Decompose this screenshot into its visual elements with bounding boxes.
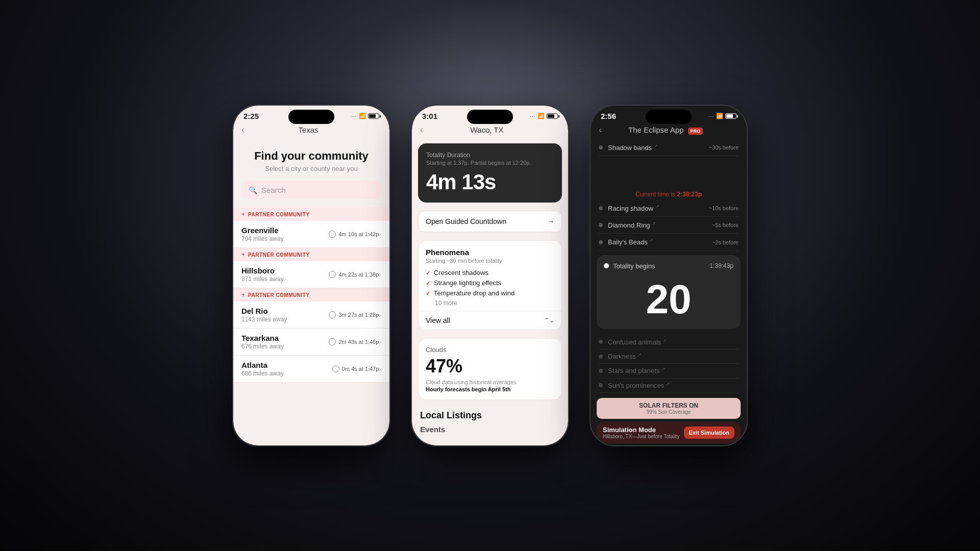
check-icon-1: ✓ — [426, 269, 431, 277]
nav-title-text-3: The Eclipse App — [628, 126, 683, 134]
city-name-delrio: Del Rio — [241, 307, 329, 315]
events-header: Events — [412, 423, 568, 436]
city-eclipse-hillsboro: 4m 22s at 1:38p — [329, 271, 379, 278]
tl-diamond-ring: Diamond Ring ↗ ~5s before — [599, 217, 739, 234]
tl-name-shadow-bands: Shadow bands ↗ — [608, 143, 709, 152]
city-distance-atlanta: 686 miles away — [241, 370, 332, 377]
guided-text: Open Guided Countdown — [426, 217, 506, 226]
dynamic-island-3 — [646, 110, 692, 124]
sim-info: Simulation Mode Hillsboro, TX—Just befor… — [603, 426, 679, 439]
tl-bailys-beads: Baily's Beads ↗ ~2s before — [599, 234, 739, 251]
clouds-pct: 47% — [426, 356, 554, 377]
phone-3: 2:56 ··· 📶 ‹ The Eclipse App PRO — [590, 105, 748, 446]
city-distance-texarkana: 676 miles away — [241, 343, 329, 350]
current-time-bar: Current time is 2:38:23p — [591, 189, 747, 200]
partner-text-2: PARTNER COMMUNITY — [248, 252, 310, 258]
eclipse-circle-icon-hillsboro — [329, 271, 336, 278]
af-name-prominences: Sun's prominences ↗ — [608, 382, 670, 389]
eclipse-circle-icon — [329, 231, 336, 238]
totality-time: 4m 13s — [426, 170, 554, 194]
city-distance-hillsboro: 871 miles away — [241, 276, 329, 283]
guided-countdown-button[interactable]: Open Guided Countdown → — [418, 211, 562, 232]
status-time-1: 2:25 — [243, 112, 259, 120]
city-name-hillsboro: Hillsboro — [241, 266, 329, 275]
af-name-darkness: Darkness ↗ — [608, 353, 642, 360]
sf-title: SOLAR FILTERS ON — [603, 402, 734, 409]
listings-header: Local Listings — [412, 404, 568, 423]
af-darkness: Darkness ↗ — [599, 349, 739, 364]
check-icon-3: ✓ — [426, 290, 431, 297]
tl-shadow-bands: Shadow bands ↗ ~30s before — [599, 139, 739, 156]
exit-simulation-button[interactable]: Exit Simulation — [684, 427, 734, 439]
search-placeholder: Search — [261, 186, 286, 194]
partner-plus-icon-3: + — [241, 291, 245, 298]
phone-1: 2:25 ··· 📶 ‹ Texas Find your community S… — [232, 105, 390, 446]
partner-plus-icon: + — [241, 211, 245, 218]
partner-text-3: PARTNER COMMUNITY — [248, 292, 310, 298]
eclipse-circle-icon-atlanta — [332, 365, 339, 372]
af-name-stars: Stars and planets ↗ — [608, 367, 665, 374]
search-icon: 🔍 — [249, 186, 257, 194]
sim-sub: Hillsboro, TX—Just before Totality — [603, 434, 679, 439]
city-info-hillsboro: Hillsboro 871 miles away — [241, 266, 329, 283]
city-arrow-icon-hillsboro: › — [379, 270, 381, 279]
community-header: Find your community Select a city or cou… — [233, 139, 389, 181]
back-button-3[interactable]: ‹ — [599, 124, 602, 135]
after-totality-list: Confused animals ↗ Darkness ↗ Stars and … — [591, 333, 747, 395]
status-bar-3: 2:56 ··· 📶 — [591, 106, 747, 122]
tb-header: Totality begins 1:38:43p — [604, 262, 733, 270]
city-name: Greenville — [241, 226, 329, 235]
partner-text-1: PARTNER COMMUNITY — [248, 212, 310, 217]
back-button-1[interactable]: ‹ — [241, 124, 244, 135]
af-dot-icon-3 — [599, 369, 603, 373]
af-prominences: Sun's prominences ↗ — [599, 379, 739, 393]
city-item-hillsboro[interactable]: Hillsboro 871 miles away 4m 22s at 1:38p… — [233, 261, 389, 288]
search-bar[interactable]: 🔍 Search — [241, 181, 381, 199]
wifi-icon-3: 📶 — [716, 113, 723, 119]
totality-subtitle: Starting at 1:37p. Partial begins at 12:… — [426, 160, 554, 166]
partner-label-3: + PARTNER COMMUNITY — [233, 288, 389, 302]
phenomena-title: Phenomena — [426, 248, 554, 257]
city-name-atlanta: Atlanta — [241, 361, 332, 369]
status-bar-2: 3:01 ··· 📶 — [412, 106, 568, 122]
totality-label: Totality Duration — [426, 152, 554, 159]
tl-dot-bailys — [599, 240, 603, 244]
wifi-icon-2: 📶 — [537, 113, 545, 119]
city-info-delrio: Del Rio 1143 miles away — [241, 307, 329, 323]
af-dot-icon — [599, 340, 603, 344]
city-eclipse-time: 4m 10s at 1:42p — [338, 231, 379, 237]
sf-subtitle: 99% Sun Coverage — [603, 409, 734, 415]
city-item-delrio[interactable]: Del Rio 1143 miles away 3m 27s at 1:28p … — [233, 302, 389, 329]
signal-dots-3: ··· — [708, 114, 714, 119]
clouds-label: Clouds — [426, 346, 554, 354]
nav-bar-2: ‹ Waco, TX — [412, 122, 568, 139]
tb-countdown: 20 — [604, 274, 733, 322]
af-name-confused: Confused animals ↗ — [608, 338, 667, 346]
totality-begins-card: Totality begins 1:38:43p 20 — [597, 255, 741, 329]
eclipse-circle-icon-texarkana — [329, 338, 336, 345]
view-all-button[interactable]: View all ⌃⌄ — [419, 311, 561, 330]
battery-icon — [368, 113, 379, 119]
tb-label-row: Totality begins — [604, 262, 655, 270]
phenomena-text-3: Temperature drop and wind — [434, 289, 514, 297]
city-eclipse-time-atlanta: 0m 4s at 1:47p — [342, 366, 379, 372]
city-arrow-icon: › — [379, 230, 381, 238]
city-info-texarkana: Texarkana 676 miles away — [241, 334, 329, 350]
back-button-2[interactable]: ‹ — [420, 124, 423, 135]
city-eclipse: 4m 10s at 1:42p — [329, 231, 379, 238]
city-item-texarkana[interactable]: Texarkana 676 miles away 2m 43s at 1:46p… — [233, 329, 389, 356]
signal-dots: ··· — [351, 114, 357, 119]
status-icons-2: ··· 📶 — [530, 113, 558, 119]
partner-plus-icon-2: + — [241, 251, 245, 258]
cities-list: + PARTNER COMMUNITY Greenville 794 miles… — [233, 208, 389, 445]
city-eclipse-texarkana: 2m 43s at 1:46p — [329, 338, 379, 345]
community-title: Find your community — [243, 149, 379, 163]
tl-timing-bailys: ~2s before — [712, 239, 739, 245]
current-time-text: Current time is — [635, 191, 677, 198]
status-time-2: 3:01 — [422, 112, 437, 120]
battery-icon-2 — [547, 113, 558, 119]
city-eclipse-atlanta: 0m 4s at 1:47p — [332, 365, 379, 372]
city-item-greenville[interactable]: Greenville 794 miles away 4m 10s at 1:42… — [233, 221, 389, 248]
city-item-atlanta[interactable]: Atlanta 686 miles away 0m 4s at 1:47p › — [233, 356, 389, 383]
battery-icon-3 — [725, 113, 737, 119]
